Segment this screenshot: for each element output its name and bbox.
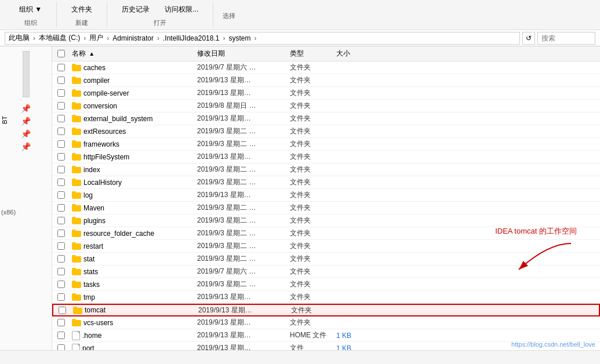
table-row[interactable]: stat 2019/9/3 星期二 … 文件夹	[52, 253, 600, 265]
table-row[interactable]: tasks 2019/9/3 星期二 … 文件夹	[52, 278, 600, 291]
row-select-checkbox-22[interactable]	[57, 344, 65, 350]
filename-19: tomcat	[85, 306, 106, 314]
row-date-4: 2019/9/13 星期…	[197, 114, 290, 123]
row-select-checkbox-5[interactable]	[57, 128, 65, 135]
table-row[interactable]: .home 2019/9/13 星期… HOME 文件 1 KB	[52, 329, 600, 342]
table-row[interactable]: extResources 2019/9/3 星期二 … 文件夹	[52, 125, 600, 138]
folder-icon	[72, 102, 81, 110]
row-select-checkbox-17[interactable]	[57, 281, 65, 288]
table-row[interactable]: frameworks 2019/9/3 星期二 … 文件夹	[52, 138, 600, 151]
table-row[interactable]: caches 2019/9/7 星期六 … 文件夹	[52, 61, 600, 74]
table-row[interactable]: log 2019/9/13 星期… 文件夹	[52, 189, 600, 202]
toolbar-open-section: 历史记录 访问权限... 打开	[107, 2, 213, 27]
row-select-checkbox-8[interactable]	[57, 166, 65, 173]
row-select-checkbox-6[interactable]	[57, 140, 65, 148]
row-select-checkbox-15[interactable]	[57, 255, 65, 263]
folder-icon	[72, 89, 81, 97]
table-row[interactable]: compile-server 2019/9/13 星期… 文件夹	[52, 87, 600, 100]
row-select-checkbox-16[interactable]	[57, 268, 65, 275]
row-select-checkbox-12[interactable]	[57, 217, 65, 224]
table-row[interactable]: conversion 2019/9/8 星期日 … 文件夹	[52, 100, 600, 112]
folder-icon	[72, 140, 81, 148]
address-bar: 此电脑 › 本地磁盘 (C:) › 用户 › Administrator › .…	[0, 30, 600, 46]
table-row[interactable]: plugins 2019/9/3 星期二 … 文件夹	[52, 214, 600, 227]
row-select-checkbox-2[interactable]	[57, 89, 65, 97]
row-select-checkbox-7[interactable]	[57, 153, 65, 161]
path-part-5[interactable]: system	[228, 34, 250, 42]
row-checkbox-18	[52, 293, 70, 301]
row-type-16: 文件夹	[290, 267, 336, 276]
sep-3: ›	[157, 34, 159, 42]
sep-4: ›	[223, 34, 225, 42]
select-all-checkbox[interactable]	[57, 50, 65, 57]
table-row[interactable]: restart 2019/9/3 星期二 … 文件夹	[52, 240, 600, 253]
row-type-22: 文件	[290, 343, 336, 350]
folder-icon	[72, 242, 81, 250]
path-part-0[interactable]: 此电脑	[9, 33, 30, 43]
row-name-17: tasks	[70, 281, 197, 289]
row-select-checkbox-10[interactable]	[57, 191, 65, 199]
table-row[interactable]: vcs-users 2019/9/13 星期… 文件夹	[52, 316, 600, 329]
table-row[interactable]: httpFileSystem 2019/9/13 星期… 文件夹	[52, 151, 600, 163]
row-checkbox-12	[52, 217, 70, 224]
col-header-date[interactable]: 修改日期	[197, 49, 290, 59]
refresh-button[interactable]: ↺	[522, 32, 535, 45]
row-select-checkbox-20[interactable]	[57, 319, 65, 326]
col-header-size[interactable]: 大小	[336, 49, 383, 59]
row-select-checkbox-1[interactable]	[57, 77, 65, 84]
row-select-checkbox-11[interactable]	[57, 204, 65, 212]
row-type-12: 文件夹	[290, 216, 336, 225]
path-part-4[interactable]: .IntelliJIdea2018.1	[163, 34, 219, 42]
row-select-checkbox-13[interactable]	[57, 230, 65, 237]
col-header-type[interactable]: 类型	[290, 49, 336, 59]
row-select-checkbox-9[interactable]	[57, 179, 65, 186]
table-row[interactable]: compiler 2019/9/13 星期… 文件夹	[52, 74, 600, 87]
row-select-checkbox-0[interactable]	[57, 64, 65, 71]
row-select-checkbox-4[interactable]	[57, 115, 65, 122]
pin-icon-1[interactable]: 📌	[21, 104, 31, 113]
row-select-checkbox-3[interactable]	[57, 102, 65, 110]
row-date-5: 2019/9/3 星期二 …	[197, 126, 290, 136]
row-date-0: 2019/9/7 星期六 …	[197, 63, 290, 72]
row-checkbox-7	[52, 153, 70, 161]
row-select-checkbox-19[interactable]	[59, 307, 66, 314]
history-button[interactable]: 历史记录	[117, 3, 155, 16]
table-row[interactable]: stats 2019/9/7 星期六 … 文件夹	[52, 265, 600, 278]
path-part-2[interactable]: 用户	[89, 33, 103, 43]
folder-icon	[72, 293, 81, 301]
row-select-checkbox-21[interactable]	[57, 332, 65, 339]
path-part-3[interactable]: Administrator	[112, 34, 154, 42]
search-input[interactable]	[537, 32, 595, 45]
path-part-1[interactable]: 本地磁盘 (C:)	[39, 33, 80, 43]
filename-18: tmp	[83, 293, 95, 301]
sort-arrow-icon: ▲	[89, 50, 94, 57]
pin-icon-4[interactable]: 📌	[21, 142, 31, 151]
row-select-checkbox-14[interactable]	[57, 242, 65, 250]
organize-label: 组织	[24, 19, 37, 27]
organize-button[interactable]: 组织 ▼	[14, 3, 47, 16]
row-select-checkbox-18[interactable]	[57, 293, 65, 301]
table-row[interactable]: LocalHistory 2019/9/3 星期二 … 文件夹	[52, 176, 600, 189]
table-row[interactable]: external_build_system 2019/9/13 星期… 文件夹	[52, 112, 600, 125]
row-type-0: 文件夹	[290, 63, 336, 72]
row-size-22: 1 KB	[336, 344, 383, 351]
row-name-13: resource_folder_cache	[70, 230, 197, 238]
row-date-8: 2019/9/3 星期二 …	[197, 165, 290, 174]
new-folder-button[interactable]: 文件夹	[66, 3, 97, 16]
pin-icon-3[interactable]: 📌	[21, 129, 31, 139]
row-date-9: 2019/9/3 星期二 …	[197, 177, 290, 187]
row-name-6: frameworks	[70, 140, 197, 148]
table-row[interactable]: tomcat 2019/9/13 星期… 文件夹	[52, 304, 600, 316]
filename-11: Maven	[83, 204, 104, 212]
table-row[interactable]: Maven 2019/9/3 星期二 … 文件夹	[52, 202, 600, 214]
table-row[interactable]: index 2019/9/3 星期二 … 文件夹	[52, 163, 600, 176]
col-header-name[interactable]: 名称 ▲	[70, 49, 197, 59]
sidebar-scrollbar[interactable]	[23, 51, 30, 97]
row-checkbox-0	[52, 64, 70, 71]
table-row[interactable]: tmp 2019/9/13 星期… 文件夹	[52, 291, 600, 304]
filename-10: log	[83, 191, 93, 199]
access-button[interactable]: 访问权限...	[159, 3, 203, 16]
address-path[interactable]: 此电脑 › 本地磁盘 (C:) › 用户 › Administrator › .…	[5, 32, 520, 45]
pin-icon-2[interactable]: 📌	[21, 117, 31, 126]
status-bar	[0, 350, 600, 364]
